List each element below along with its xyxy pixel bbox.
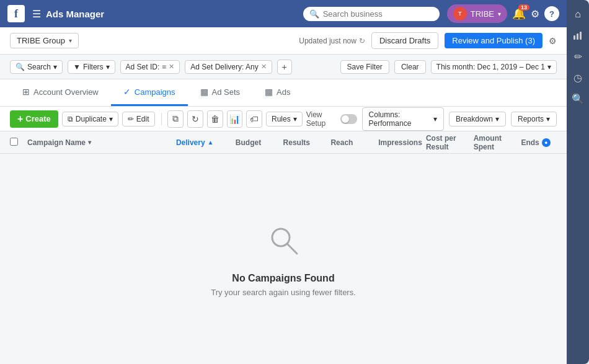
th-campaign-name[interactable]: Campaign Name ▾ xyxy=(27,138,176,147)
notif-badge: 13 xyxy=(518,4,529,11)
create-button[interactable]: + Create xyxy=(10,110,58,128)
tab-ad-sets[interactable]: ▦ Ad Sets xyxy=(188,79,253,106)
settings-cog-icon[interactable]: ⚙ xyxy=(549,36,557,46)
sidebar-home-icon[interactable]: ⌂ xyxy=(569,5,587,24)
toggle-switch[interactable] xyxy=(340,114,356,124)
reports-dropdown[interactable]: Reports ▾ xyxy=(511,112,557,127)
edit-button[interactable]: ✏ Edit xyxy=(122,112,155,127)
th-budget[interactable]: Budget xyxy=(236,138,283,147)
save-filter-button[interactable]: Save Filter xyxy=(340,60,389,74)
svg-rect-3 xyxy=(577,33,578,40)
svg-rect-2 xyxy=(574,35,575,40)
select-all-checkbox[interactable] xyxy=(10,137,27,148)
topbar: f ☰ Ads Manager 🔍 T TRIBE ▾ 🔔 13 xyxy=(0,0,567,27)
columns-caret-icon: ▾ xyxy=(433,115,437,123)
refresh-icon-button[interactable]: ↻ xyxy=(187,110,203,128)
adset-delivery-filter: Ad Set Delivery: Any ✕ xyxy=(185,60,272,74)
account-caret-icon: ▾ xyxy=(69,37,72,44)
tab-ads[interactable]: ▦ Ads xyxy=(252,79,303,106)
account-overview-icon: ⊞ xyxy=(22,87,30,97)
tab-account-overview[interactable]: ⊞ Account Overview xyxy=(10,79,111,106)
duplicate-caret-icon: ▾ xyxy=(109,115,113,123)
view-setup-toggle[interactable]: View Setup xyxy=(306,110,357,128)
ad-sets-icon: ▦ xyxy=(200,87,208,97)
edit-icon: ✏ xyxy=(128,115,134,123)
updated-text: Updated just now ↻ xyxy=(299,37,365,45)
secondbar: TRIBE Group ▾ Updated just now ↻ Discard… xyxy=(0,27,567,55)
columns-dropdown[interactable]: Columns: Performance ▾ xyxy=(362,107,444,131)
svg-rect-4 xyxy=(580,32,582,40)
th-cost-per-result[interactable]: Cost per Result xyxy=(426,134,474,151)
th-delivery[interactable]: Delivery ▲ xyxy=(176,138,236,147)
svg-line-1 xyxy=(287,244,297,254)
toggle-thumb xyxy=(342,115,349,123)
fb-logo: f xyxy=(7,5,25,22)
tribe-button[interactable]: T TRIBE ▾ xyxy=(447,4,507,23)
discard-drafts-button[interactable]: Discard Drafts xyxy=(371,32,438,49)
clear-button[interactable]: Clear xyxy=(394,60,426,74)
search-caret-icon: ▾ xyxy=(53,63,57,71)
add-filter-button[interactable]: + xyxy=(277,60,292,74)
reports-caret-icon: ▾ xyxy=(546,115,550,123)
secondbar-right: Updated just now ↻ Discard Drafts Review… xyxy=(299,32,557,49)
duplicate-icon: ⧉ xyxy=(68,115,73,123)
adset-id-close-icon[interactable]: ✕ xyxy=(169,63,174,71)
campaigns-icon: ✓ xyxy=(123,87,131,97)
chevron-down-icon: ▾ xyxy=(498,11,501,17)
delete-icon-button[interactable]: 🗑 xyxy=(207,110,223,128)
delivery-sort-icon: ▲ xyxy=(208,139,214,146)
adset-id-filter: Ad Set ID: = ✕ xyxy=(120,60,180,74)
empty-state: No Campaigns Found Try your search again… xyxy=(0,154,567,364)
duplicate-button[interactable]: ⧉ Duplicate ▾ xyxy=(62,112,118,127)
toolbar-separator xyxy=(161,113,162,125)
breakdown-caret-icon: ▾ xyxy=(495,115,499,123)
tag-icon-button[interactable]: 🏷 xyxy=(246,110,262,128)
review-publish-button[interactable]: Review and Publish (3) xyxy=(445,33,542,48)
gear-icon[interactable]: ⚙ xyxy=(531,8,539,20)
th-ends[interactable]: Ends ● xyxy=(521,138,557,147)
account-name: TRIBE Group xyxy=(17,36,65,45)
ads-icon: ▦ xyxy=(265,87,273,97)
adset-delivery-close-icon[interactable]: ✕ xyxy=(261,63,267,71)
plus-icon: + xyxy=(17,113,23,125)
table-header: Campaign Name ▾ Delivery ▲ Budget Result… xyxy=(0,131,567,154)
search-icon: 🔍 xyxy=(309,9,319,19)
topbar-right: T TRIBE ▾ 🔔 13 ⚙ ? xyxy=(447,4,559,23)
breakdown-dropdown[interactable]: Breakdown ▾ xyxy=(449,112,506,127)
filterbar: 🔍 Search ▾ ▼ Filters ▾ Ad Set ID: = ✕ Ad… xyxy=(0,55,567,79)
right-sidebar: ⌂ ✏ ◷ 🔍 xyxy=(567,0,589,364)
th-reach[interactable]: Reach xyxy=(330,138,378,147)
search-filter-icon: 🔍 xyxy=(16,63,25,71)
sidebar-pencil-icon[interactable]: ✏ xyxy=(569,47,587,66)
app-title: Ads Manager xyxy=(46,9,303,19)
rules-button[interactable]: Rules ▾ xyxy=(266,112,303,127)
hamburger-icon[interactable]: ☰ xyxy=(32,8,41,20)
search-input[interactable] xyxy=(323,9,433,19)
filterbar-right: Save Filter Clear This month: Dec 1, 201… xyxy=(340,60,557,74)
th-results[interactable]: Results xyxy=(283,138,331,147)
rules-caret-icon: ▾ xyxy=(293,115,297,123)
filters-caret-icon: ▾ xyxy=(106,63,110,71)
tab-campaigns[interactable]: ✓ Campaigns xyxy=(111,79,188,106)
no-results-icon xyxy=(265,221,302,265)
filter-icon: ▼ xyxy=(73,63,81,71)
notifications-icon[interactable]: 🔔 13 xyxy=(512,7,526,20)
th-impressions[interactable]: Impressions xyxy=(378,138,426,147)
sidebar-clock-icon[interactable]: ◷ xyxy=(569,68,587,87)
date-range-picker[interactable]: This month: Dec 1, 2019 – Dec 1 ▾ xyxy=(431,60,557,74)
search-filter-button[interactable]: 🔍 Search ▾ xyxy=(10,60,63,74)
tribe-label: TRIBE xyxy=(471,9,494,19)
empty-subtitle: Try your search again using fewer filter… xyxy=(211,288,356,297)
copy-icon-button[interactable]: ⧉ xyxy=(167,110,184,128)
refresh-icon[interactable]: ↻ xyxy=(359,37,365,45)
search-bar: 🔍 xyxy=(303,7,440,21)
sidebar-chart-icon[interactable] xyxy=(569,26,587,45)
sidebar-search-icon[interactable]: 🔍 xyxy=(569,89,587,108)
date-caret-icon: ▾ xyxy=(547,63,551,71)
chart-icon-button[interactable]: 📊 xyxy=(227,110,243,128)
account-select[interactable]: TRIBE Group ▾ xyxy=(10,33,79,48)
empty-title: No Campaigns Found xyxy=(232,273,334,284)
th-amount-spent[interactable]: Amount Spent xyxy=(474,134,521,151)
help-icon[interactable]: ? xyxy=(544,6,559,21)
filters-button[interactable]: ▼ Filters ▾ xyxy=(68,60,115,74)
